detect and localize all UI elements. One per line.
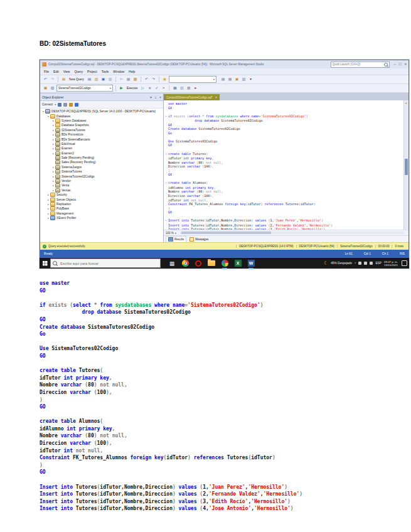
tree-item-examen2[interactable]: ▸Examen2 [40,151,163,156]
taskbar-search-box[interactable] [50,258,161,268]
scrollbar-thumb[interactable] [405,159,408,175]
tree-item-system-databases[interactable]: ▸System Databases [40,119,163,123]
template-explorer-icon[interactable]: ▥ [241,77,247,82]
refresh-icon[interactable] [75,103,78,107]
excel-icon[interactable]: X [234,260,242,267]
volume-icon[interactable] [364,262,367,265]
tree-item-venta[interactable]: ▸Venta [40,183,163,188]
tree-item-bds-pronosticos[interactable]: ▸BDs Pronosticos [40,132,163,137]
chrome-icon[interactable] [181,260,189,267]
restore-button[interactable]: □ [399,60,402,68]
tree-item-examen[interactable]: ▸Examen [40,146,163,151]
file-explorer-icon[interactable] [208,260,215,267]
start-button[interactable] [40,258,50,269]
quick-launch-box[interactable] [331,61,390,68]
results-grid-icon[interactable]: ▦ [172,85,178,91]
tree-item-vendor[interactable]: ▸Vendor [40,179,163,183]
tree-item-databases[interactable]: ▾Databases [40,114,163,118]
menu-query[interactable]: Query [74,70,83,73]
tab-close-icon[interactable]: × [215,95,217,99]
new-query-label[interactable]: New Query [69,78,84,81]
menu-view[interactable]: View [63,70,70,73]
stop-process-icon[interactable] [63,103,67,107]
zoom-level[interactable]: 100 % [166,231,174,235]
change-connection-icon[interactable]: ▨ [50,85,55,91]
tree-item-desktop-pc-sqlexpress-sql-serv[interactable]: ▾DESKTOP-PC\SQLEXPRESS (SQL Server 14.0.… [40,109,163,114]
battery-icon[interactable] [370,262,373,265]
find-combo[interactable]: ▾ [169,76,216,83]
disconnect-icon[interactable] [58,103,61,107]
indent-icon[interactable]: ▸ [193,85,198,91]
tree-item-bds-sistemabancario[interactable]: ▸BDs SistemaBancario [40,137,163,141]
debug-icon[interactable]: ▷ [140,85,146,91]
execute-icon[interactable]: ▶ [119,85,124,91]
taskbar-clock[interactable]: 09:47 p. m. 13/10/2021 [384,260,398,267]
connect-button[interactable]: Connect [42,103,53,106]
new-file-icon[interactable]: ▤ [87,77,92,82]
task-view-icon[interactable]: ▦ [168,260,176,267]
tree-item-sistemajuegos[interactable]: ▸SistemaJuegos [40,165,163,169]
menu-help[interactable]: Help [129,70,135,73]
results-tab-messages[interactable]: Messages [188,237,210,242]
panel-close-icon[interactable]: × [159,95,161,99]
query-editor[interactable]: use master GO −if exists (select * from … [164,100,403,230]
close-button[interactable]: × [404,60,407,68]
tree-item-security[interactable]: ▸Security [40,193,163,197]
tree-item-sistematutores[interactable]: ▸SistemaTutores [40,169,163,174]
comment-icon[interactable]: ▩ [186,85,191,91]
horizontal-scrollbar[interactable] [180,231,404,234]
nav-forward-icon[interactable]: ↷ [50,77,55,82]
editor-scrollbar[interactable]: + [403,100,408,230]
tree-item-polybase[interactable]: ▸PolyBase [40,206,163,211]
tree-item-database-snapshots[interactable]: ▸Database Snapshots [40,123,163,127]
tree-item-02sistematutores[interactable]: ▸02SistemaTutores [40,128,163,132]
tray-chevron-icon[interactable]: ^ [355,262,356,265]
quick-launch-input[interactable] [331,63,384,66]
menu-file[interactable]: File [44,70,49,73]
pin-icon[interactable]: ⊥ [154,95,157,99]
menu-window[interactable]: Window [113,70,124,73]
menu-project[interactable]: Project [87,70,97,73]
tree-item-ventas[interactable]: ▸Ventas [40,188,163,193]
results-tab-results[interactable]: Results [166,236,186,242]
language-indicator[interactable]: ESP [375,262,382,265]
available-databases-icon[interactable]: ▣ [43,85,48,91]
menu-edit[interactable]: Edit [53,70,59,73]
save-icon[interactable]: ▣ [100,77,106,82]
word-icon[interactable]: W [247,260,255,267]
panel-menu-icon[interactable]: ▾ [150,95,152,99]
redo-icon[interactable]: ↷ [151,77,156,82]
tree-item-sistematutores02codigo[interactable]: ▸SistemaTutores02Codigo [40,174,163,178]
results-text-icon[interactable]: ▥ [179,85,184,91]
tree-item-xevent-profiler[interactable]: ▸XEvent Profiler [40,216,163,220]
tree-item-server-objects[interactable]: ▸Server Objects [40,197,163,201]
print-icon[interactable]: ▥ [107,77,113,82]
cut-icon[interactable]: ✂ [119,77,124,82]
taskbar-search-input[interactable] [59,261,158,266]
network-icon[interactable] [358,262,361,265]
stop-icon[interactable]: ■ [147,85,152,91]
weather-status[interactable]: 45% Despejado [331,262,352,265]
object-explorer-icon[interactable]: ▣ [234,77,240,82]
tree-item-eduvirtual[interactable]: ▸EduVirtual [40,142,163,146]
query-tab[interactable]: Compu02SistemaTutoresCodigo.sql* × [164,94,220,100]
filter-icon[interactable] [69,103,73,107]
photos-icon[interactable] [221,260,228,267]
nav-back-icon[interactable]: ↶ [43,77,48,82]
cancel-query-icon[interactable]: × [161,85,166,91]
parse-icon[interactable]: ✓ [154,85,159,91]
tree-item-replication[interactable]: ▸Replication [40,202,163,206]
properties-icon[interactable]: ▦ [227,77,233,82]
tree-item-management[interactable]: ▸Management [40,211,163,216]
minimize-button[interactable]: – [394,60,396,68]
highlight-icon[interactable]: ▣ [162,77,168,82]
opera-icon[interactable] [195,260,202,267]
undo-icon[interactable]: ↶ [144,77,149,82]
tree-item-sale-recovery-pending-[interactable]: Sale (Recovery Pending) [40,156,163,160]
solution-explorer-icon[interactable]: ▤ [220,77,226,82]
tree-item-sales-recovery-pending-[interactable]: Sales (Recovery Pending) [40,160,163,164]
new-query-icon[interactable]: ▤ [61,77,67,82]
notification-center-icon[interactable] [402,260,407,266]
copy-icon[interactable]: ▦ [125,77,131,82]
execute-button[interactable]: Execute [127,87,137,90]
